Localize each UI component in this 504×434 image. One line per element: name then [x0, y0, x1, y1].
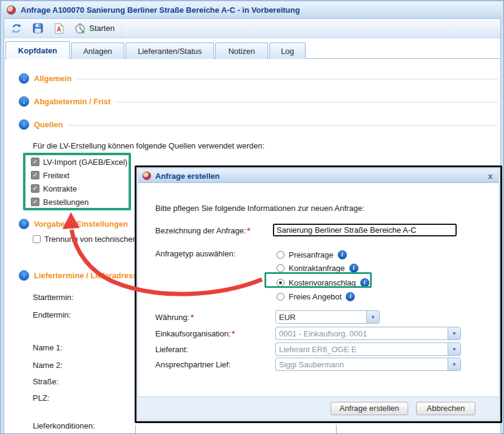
- chevron-down-icon[interactable]: [448, 343, 460, 355]
- window-title: Anfrage A100070 Sanierung Berliner Straß…: [21, 5, 300, 15]
- expand-arrow-icon[interactable]: [19, 119, 29, 130]
- ansprechpartner-combobox[interactable]: Siggi Saubermann: [275, 358, 461, 371]
- field-label-lieferkonditionen: Lieferkonditionen:: [33, 421, 95, 430]
- waehrung-label: Währung:*: [155, 313, 193, 322]
- section-label-abgabetermin: Abgabetermin / Frist: [34, 97, 110, 106]
- starten-button[interactable]: Starten: [73, 22, 116, 35]
- tab-notizen[interactable]: Notizen: [215, 42, 268, 59]
- label-text: Bezeichnung der Anfrage:: [155, 226, 246, 235]
- tab-kopfdaten[interactable]: Kopfdaten: [5, 41, 70, 59]
- radio-label: Preisanfrage: [289, 250, 334, 259]
- section-divider: [76, 79, 498, 79]
- app-logo-icon: [7, 5, 16, 15]
- anfrage-erstellen-button[interactable]: Anfrage erstellen: [331, 402, 408, 415]
- dialog-titlebar: Anfrage erstellen x: [138, 169, 499, 183]
- dialog-intro-text: Bitte pflegen Sie folgende Informationen…: [155, 204, 365, 213]
- starten-icon: [75, 23, 86, 34]
- checkbox-row-bestellungen[interactable]: Bestellungen: [31, 196, 89, 207]
- radio-unselected-icon[interactable]: [277, 251, 284, 259]
- field-label-strasse: Straße:: [33, 377, 59, 386]
- combobox-value: EUR: [279, 313, 365, 322]
- field-border-fragment: [336, 425, 337, 433]
- save-button[interactable]: [31, 22, 45, 35]
- field-label-endtermin: Endtermin:: [33, 310, 71, 319]
- section-label-quellen: Quellen: [34, 120, 63, 129]
- expand-arrow-icon[interactable]: [19, 219, 29, 229]
- info-icon[interactable]: [349, 264, 358, 273]
- section-header-allgemein[interactable]: Allgemein: [19, 72, 498, 84]
- checkbox-label: LV-Import (GAEB/Excel): [43, 158, 127, 167]
- tab-lieferanten-status[interactable]: Lieferanten/Status: [126, 42, 214, 59]
- label-text: Lieferant:: [155, 345, 188, 354]
- pdf-export-button[interactable]: A: [52, 22, 66, 35]
- einkaufsorganisation-label: Einkaufsorganisation:*: [155, 329, 235, 338]
- radio-selected-icon[interactable]: [277, 279, 284, 287]
- checkbox-checked-icon[interactable]: [31, 171, 39, 179]
- radio-unselected-icon[interactable]: [277, 264, 284, 272]
- dialog-title: Anfrage erstellen: [155, 172, 482, 181]
- chevron-down-icon[interactable]: [448, 327, 460, 339]
- section-label-allgemein: Allgemein: [34, 74, 72, 83]
- pdf-icon: A: [54, 23, 64, 34]
- close-icon[interactable]: x: [486, 172, 494, 180]
- anfrage-erstellen-dialog: Anfrage erstellen x Bitte pflegen Sie fo…: [135, 165, 502, 423]
- checkbox-checked-icon[interactable]: [31, 198, 39, 206]
- einkaufsorganisation-combobox[interactable]: 0001 - Einkaufsorg. 0001: [275, 327, 461, 340]
- info-icon[interactable]: [338, 250, 347, 259]
- chevron-down-icon[interactable]: [448, 358, 460, 370]
- label-text: Einkaufsorganisation:: [155, 329, 230, 338]
- info-icon[interactable]: [346, 292, 355, 301]
- combobox-value: Siggi Saubermann: [279, 360, 446, 369]
- field-label-name1: Name 1:: [33, 343, 62, 352]
- radio-row-freies-angebot[interactable]: Freies Angebot: [277, 290, 355, 302]
- checkbox-label: Trennung von technischen: [44, 235, 137, 244]
- bezeichnung-input[interactable]: [273, 224, 457, 236]
- tab-log[interactable]: Log: [269, 42, 306, 59]
- combobox-value: Lieferant ER6_OGE E: [279, 345, 446, 354]
- radio-unselected-icon[interactable]: [277, 293, 284, 301]
- label-text: Währung:: [155, 313, 189, 322]
- checkbox-checked-icon[interactable]: [31, 184, 39, 193]
- section-header-quellen[interactable]: Quellen: [19, 118, 498, 130]
- radio-row-kontraktanfrage[interactable]: Kontraktanfrage: [277, 262, 358, 274]
- lieferant-combobox[interactable]: Lieferant ER6_OGE E: [275, 342, 461, 356]
- info-icon[interactable]: [360, 278, 369, 287]
- collapse-arrow-icon[interactable]: [19, 96, 29, 107]
- section-label-liefertermine: Liefertermine / Lieferadresse: [34, 271, 142, 280]
- radio-label: Freies Angebot: [289, 292, 341, 301]
- checkbox-row-trennung[interactable]: Trennung von technischen: [33, 233, 137, 244]
- label-text: Ansprechpartner Lief:: [155, 360, 230, 369]
- save-icon: [33, 23, 43, 33]
- required-star: *: [190, 313, 193, 322]
- checkbox-label: Freitext: [43, 171, 69, 180]
- refresh-icon: [11, 23, 22, 34]
- refresh-button[interactable]: [9, 22, 24, 35]
- checkbox-row-kontrakte[interactable]: Kontrakte: [31, 183, 77, 194]
- waehrung-combobox[interactable]: EUR: [275, 310, 380, 324]
- radio-row-kostenvoranschlag[interactable]: Kostenvoranschlag: [277, 276, 369, 289]
- checkbox-label: Kontrakte: [43, 184, 77, 193]
- required-star: *: [247, 226, 250, 235]
- chevron-down-icon[interactable]: [366, 311, 379, 323]
- radio-label: Kostenvoranschlag: [289, 278, 356, 287]
- collapse-arrow-icon[interactable]: [19, 73, 29, 84]
- toolbar: A Starten: [4, 19, 500, 38]
- starten-button-label: Starten: [89, 24, 115, 33]
- radio-row-preisanfrage[interactable]: Preisanfrage: [277, 249, 347, 261]
- checkbox-label: Bestellungen: [43, 198, 89, 207]
- app-window: Anfrage A100070 Sanierung Berliner Straß…: [0, 0, 504, 434]
- checkbox-row-freitext[interactable]: Freitext: [31, 170, 69, 181]
- dialog-footer: Anfrage erstellen Abbrechen: [138, 396, 499, 419]
- dialog-logo-icon: [143, 172, 151, 180]
- section-header-abgabetermin[interactable]: Abgabetermin / Frist: [19, 95, 498, 107]
- checkbox-row-lv-import[interactable]: LV-Import (GAEB/Excel): [31, 156, 127, 167]
- checkbox-unchecked-icon[interactable]: [33, 235, 41, 243]
- abbrechen-button[interactable]: Abbrechen: [416, 402, 475, 415]
- checkbox-checked-icon[interactable]: [31, 158, 39, 166]
- section-label-vorgaben: Vorgaben / Einstellungen: [34, 219, 128, 229]
- required-star: *: [232, 329, 235, 338]
- tab-anlagen[interactable]: Anlagen: [71, 42, 124, 59]
- svg-text:A: A: [56, 26, 61, 33]
- expand-arrow-icon[interactable]: [19, 270, 29, 281]
- bezeichnung-label: Bezeichnung der Anfrage:*: [155, 226, 250, 235]
